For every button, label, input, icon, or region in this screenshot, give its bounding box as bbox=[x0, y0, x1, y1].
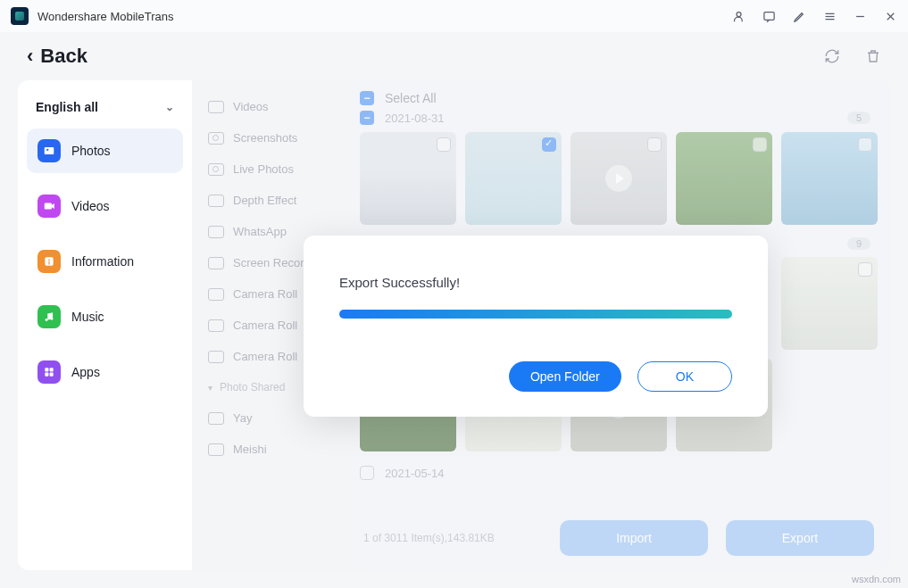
sidebar-item-apps[interactable]: Apps bbox=[27, 350, 183, 394]
select-all-checkbox[interactable]: − bbox=[360, 91, 374, 105]
sidebar-item-label: Videos bbox=[71, 199, 110, 213]
folder-icon bbox=[208, 132, 224, 145]
import-button[interactable]: Import bbox=[560, 520, 708, 556]
progress-bar bbox=[339, 310, 732, 319]
chevron-down-icon: ⌄ bbox=[165, 101, 174, 113]
select-all-row: − Select All bbox=[360, 87, 878, 107]
photo-thumbnail[interactable] bbox=[360, 132, 456, 225]
svg-point-0 bbox=[737, 12, 741, 16]
sidebar-item-label: Music bbox=[71, 310, 104, 324]
refresh-icon[interactable] bbox=[824, 48, 840, 64]
date-label: 2021-05-14 bbox=[385, 467, 445, 480]
sidebar-item-music[interactable]: Music bbox=[27, 294, 183, 339]
date-checkbox[interactable] bbox=[360, 466, 374, 480]
select-all-label: Select All bbox=[385, 91, 437, 105]
svg-point-9 bbox=[46, 149, 48, 151]
album-item-screenshots[interactable]: Screenshots bbox=[192, 122, 353, 153]
status-text: 1 of 3011 Item(s),143.81KB bbox=[363, 532, 495, 544]
play-icon bbox=[605, 165, 632, 192]
sidebar-item-photos[interactable]: Photos bbox=[27, 128, 183, 173]
sidebar-item-label: Photos bbox=[71, 144, 111, 158]
back-label: Back bbox=[40, 45, 87, 68]
footer-bar: 1 of 3011 Item(s),143.81KB Import Export bbox=[360, 511, 878, 570]
photo-thumbnail[interactable] bbox=[676, 132, 772, 225]
sidebar-item-information[interactable]: Information bbox=[27, 239, 183, 284]
count-badge: 9 bbox=[847, 237, 871, 250]
thumb-checkbox[interactable] bbox=[858, 137, 872, 152]
modal-title: Export Successfully! bbox=[339, 275, 732, 290]
svg-rect-16 bbox=[45, 368, 48, 371]
folder-icon bbox=[208, 257, 224, 269]
apps-icon bbox=[37, 360, 61, 384]
close-icon[interactable] bbox=[883, 9, 897, 23]
thumb-checkbox[interactable] bbox=[753, 137, 767, 152]
thumb-checkbox[interactable] bbox=[542, 137, 556, 152]
ok-button[interactable]: OK bbox=[637, 361, 732, 392]
svg-rect-19 bbox=[50, 373, 54, 377]
trash-icon[interactable] bbox=[865, 48, 881, 64]
photos-icon bbox=[37, 139, 61, 162]
folder-icon bbox=[208, 351, 224, 363]
thumb-checkbox[interactable] bbox=[647, 137, 662, 152]
svg-rect-17 bbox=[50, 368, 54, 371]
folder-icon bbox=[208, 226, 224, 238]
open-folder-button[interactable]: Open Folder bbox=[509, 361, 621, 392]
photo-thumbnail[interactable] bbox=[571, 132, 667, 225]
sidebar-item-label: Information bbox=[71, 254, 134, 269]
svg-point-15 bbox=[50, 318, 53, 320]
sidebar-item-videos[interactable]: Videos bbox=[27, 184, 183, 228]
svg-rect-13 bbox=[48, 261, 49, 265]
titlebar: Wondershare MobileTrans bbox=[0, 0, 908, 32]
edit-icon[interactable] bbox=[792, 9, 806, 23]
user-icon[interactable] bbox=[731, 9, 746, 23]
folder-icon bbox=[208, 443, 224, 456]
app-title: Wondershare MobileTrans bbox=[37, 10, 173, 23]
folder-icon bbox=[208, 101, 224, 113]
folder-icon bbox=[208, 195, 224, 207]
sidebar-item-label: Apps bbox=[71, 365, 100, 379]
header: ‹ Back bbox=[0, 32, 908, 80]
photo-thumbnail[interactable] bbox=[781, 132, 878, 225]
photo-thumbnail[interactable] bbox=[465, 132, 562, 225]
album-item-meishi[interactable]: Meishi bbox=[192, 434, 353, 465]
language-dropdown[interactable]: English all ⌄ bbox=[27, 95, 183, 128]
date-group-row: 2021-05-14 bbox=[360, 460, 878, 485]
thumbnail-row bbox=[360, 132, 878, 225]
titlebar-icons bbox=[731, 9, 897, 23]
category-sidebar: English all ⌄ Photos Videos Information … bbox=[18, 80, 192, 570]
folder-icon bbox=[208, 288, 224, 301]
watermark: wsxdn.com bbox=[852, 574, 901, 584]
minimize-icon[interactable] bbox=[853, 9, 867, 23]
svg-rect-10 bbox=[45, 203, 52, 210]
information-icon bbox=[37, 250, 61, 273]
folder-icon bbox=[208, 319, 224, 332]
album-item-videos[interactable]: Videos bbox=[192, 91, 353, 122]
export-button[interactable]: Export bbox=[726, 520, 874, 556]
app-logo bbox=[11, 7, 29, 25]
date-group-row: − 2021-08-31 5 bbox=[360, 107, 878, 132]
thumb-checkbox[interactable] bbox=[858, 262, 872, 277]
export-success-modal: Export Successfully! Open Folder OK bbox=[304, 236, 768, 417]
videos-icon bbox=[37, 195, 61, 218]
count-badge: 5 bbox=[847, 112, 871, 124]
message-icon[interactable] bbox=[762, 9, 776, 23]
modal-buttons: Open Folder OK bbox=[339, 361, 732, 392]
date-checkbox[interactable]: − bbox=[360, 111, 374, 125]
svg-rect-18 bbox=[45, 373, 48, 377]
album-item-livephotos[interactable]: Live Photos bbox=[192, 153, 353, 185]
date-label: 2021-08-31 bbox=[385, 112, 445, 125]
svg-rect-1 bbox=[763, 12, 773, 20]
menu-icon[interactable] bbox=[822, 9, 837, 23]
svg-point-12 bbox=[48, 259, 50, 261]
back-button[interactable]: ‹ Back bbox=[27, 45, 87, 68]
svg-rect-8 bbox=[45, 147, 54, 154]
folder-icon bbox=[208, 412, 224, 425]
music-icon bbox=[37, 305, 61, 328]
photo-thumbnail[interactable] bbox=[781, 257, 878, 350]
album-item-deptheffect[interactable]: Depth Effect bbox=[192, 185, 353, 216]
chevron-left-icon: ‹ bbox=[27, 45, 33, 68]
thumb-checkbox[interactable] bbox=[437, 137, 451, 152]
folder-icon bbox=[208, 163, 224, 176]
header-actions bbox=[824, 48, 881, 64]
language-label: English all bbox=[36, 100, 98, 114]
